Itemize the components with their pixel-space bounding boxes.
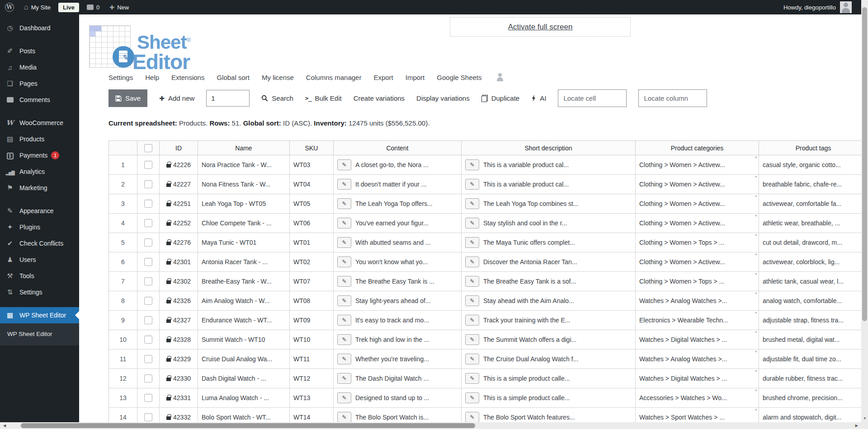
id-cell[interactable]: 42329: [160, 350, 198, 369]
edit-content-button[interactable]: ✎: [337, 412, 351, 423]
name-cell[interactable]: Endurance Watch - WT...: [198, 311, 290, 330]
sidebar-item-check-conflicts[interactable]: ✔ Check Conflicts: [0, 235, 79, 252]
edit-content-button[interactable]: ✎: [337, 179, 351, 190]
content-cell[interactable]: ✎The Breathe Easy Tank is ...: [334, 272, 462, 291]
row-checkbox[interactable]: [144, 200, 152, 208]
name-cell[interactable]: Bolo Sport Watch - WT...: [198, 408, 290, 423]
row-checkbox[interactable]: [144, 238, 152, 247]
new-content-menu[interactable]: ✚ New: [104, 0, 134, 14]
scroll-right-arrow-icon[interactable]: ▶: [855, 424, 858, 428]
row-number-cell[interactable]: 4: [109, 214, 137, 233]
sidebar-item-settings[interactable]: ⇅ Settings: [0, 284, 79, 300]
short-description-cell[interactable]: ✎The Cruise Dual Analog Watch f...: [462, 350, 636, 369]
wordpress-logo-menu[interactable]: W: [0, 0, 19, 14]
sku-cell[interactable]: WT01: [290, 233, 334, 252]
content-cell[interactable]: ✎With abutted seams and ...: [334, 233, 462, 252]
sidebar-item-marketing[interactable]: ⚑ Marketing: [0, 180, 79, 196]
horizontal-scrollbar[interactable]: ◀ ▶: [0, 422, 861, 429]
sidebar-item-tools[interactable]: ⚒ Tools: [0, 268, 79, 284]
content-cell[interactable]: ✎You've earned your figur...: [334, 214, 462, 233]
sku-cell[interactable]: WT14: [290, 408, 334, 423]
tags-cell[interactable]: casual style, organic cotto...: [759, 155, 868, 175]
content-cell[interactable]: ✎The Dash Digital Watch ...: [334, 369, 462, 388]
id-cell[interactable]: 42226: [160, 155, 198, 175]
edit-short-description-button[interactable]: ✎: [465, 256, 479, 267]
sidebar-item-comments[interactable]: Comments: [0, 92, 79, 108]
menu-item-settings[interactable]: Settings: [108, 74, 133, 81]
edit-content-button[interactable]: ✎: [337, 237, 351, 248]
content-cell[interactable]: ✎Trek high and low in the ...: [334, 330, 462, 350]
name-cell[interactable]: Chloe Compete Tank - ...: [198, 214, 290, 233]
edit-short-description-button[interactable]: ✎: [465, 392, 479, 403]
name-cell[interactable]: Maya Tunic - WT01: [198, 233, 290, 252]
name-cell[interactable]: Antonia Racer Tank - ...: [198, 252, 290, 272]
categories-cell[interactable]: Electronics > Wearable Techn...▼: [636, 311, 759, 330]
menu-item-import[interactable]: Import: [406, 74, 425, 81]
short-description-cell[interactable]: ✎The Maya Tunic offers complet...: [462, 233, 636, 252]
sidebar-item-media[interactable]: ♫ Media: [0, 59, 79, 75]
bulk-edit-button[interactable]: >_ Bulk Edit: [305, 94, 342, 102]
row-checkbox[interactable]: [144, 297, 152, 305]
name-cell[interactable]: Nona Fitness Tank - W...: [198, 175, 290, 194]
activate-fullscreen-link[interactable]: Activate full screen: [508, 23, 573, 32]
edit-short-description-button[interactable]: ✎: [465, 334, 479, 345]
id-cell[interactable]: 42330: [160, 369, 198, 388]
id-cell[interactable]: 42301: [160, 252, 198, 272]
row-number-cell[interactable]: 7: [109, 272, 137, 291]
tags-cell[interactable]: durable rubber, fitness trac...: [759, 369, 868, 388]
sidebar-item-appearance[interactable]: ✎ Appearance: [0, 203, 79, 219]
name-cell[interactable]: Dash Digital Watch - ...: [198, 369, 290, 388]
sku-cell[interactable]: WT04: [290, 175, 334, 194]
tags-cell[interactable]: athletic tank, casual wear, l...: [759, 272, 868, 291]
sku-cell[interactable]: WT13: [290, 388, 334, 408]
menu-item-export[interactable]: Export: [373, 74, 393, 81]
row-checkbox[interactable]: [144, 258, 152, 266]
row-checkbox[interactable]: [144, 394, 152, 402]
categories-cell[interactable]: Clothing > Women > Tops > ...▼: [636, 272, 759, 291]
row-number-cell[interactable]: 9: [109, 311, 137, 330]
edit-short-description-button[interactable]: ✎: [465, 198, 479, 209]
categories-cell[interactable]: Clothing > Women > Activew...▼: [636, 252, 759, 272]
row-checkbox[interactable]: [144, 219, 152, 227]
row-number-cell[interactable]: 1: [109, 155, 137, 175]
duplicate-button[interactable]: Duplicate: [481, 94, 520, 102]
content-cell[interactable]: ✎The Leah Yoga Top offers...: [334, 194, 462, 214]
edit-short-description-button[interactable]: ✎: [465, 276, 479, 287]
column-header-content[interactable]: Content: [334, 141, 462, 155]
edit-content-button[interactable]: ✎: [337, 198, 351, 209]
row-checkbox[interactable]: [144, 413, 152, 421]
avatar[interactable]: [840, 1, 852, 13]
row-checkbox[interactable]: [144, 277, 152, 285]
tags-cell[interactable]: alarm and stopwatch, digit...: [759, 408, 868, 423]
tags-cell[interactable]: brushed metal, digital wat...: [759, 330, 868, 350]
short-description-cell[interactable]: ✎This is a simple product calle...: [462, 388, 636, 408]
create-variations-button[interactable]: Create variations: [354, 94, 405, 102]
categories-cell[interactable]: Clothing > Women > Activew...▼: [636, 214, 759, 233]
name-cell[interactable]: Luma Analog Watch - ...: [198, 388, 290, 408]
short-description-cell[interactable]: ✎Track your training with the E...: [462, 311, 636, 330]
edit-content-button[interactable]: ✎: [337, 334, 351, 345]
sidebar-item-posts[interactable]: ✐ Posts: [0, 43, 79, 59]
site-name-menu[interactable]: ⌂ My Site: [19, 0, 56, 14]
edit-content-button[interactable]: ✎: [337, 373, 351, 384]
edit-short-description-button[interactable]: ✎: [465, 315, 479, 326]
categories-cell[interactable]: Watches > Digital Watches > ...▼: [636, 330, 759, 350]
row-checkbox[interactable]: [144, 374, 152, 382]
row-checkbox[interactable]: [144, 316, 152, 324]
edit-short-description-button[interactable]: ✎: [465, 373, 479, 384]
sidebar-item-plugins[interactable]: ✦ Plugins: [0, 219, 79, 235]
column-header-product-categories[interactable]: Product categories: [636, 141, 759, 155]
row-number-cell[interactable]: 2: [109, 175, 137, 194]
id-cell[interactable]: 42302: [160, 272, 198, 291]
vertical-scrollbar[interactable]: ▼: [861, 0, 868, 429]
edit-content-button[interactable]: ✎: [337, 295, 351, 306]
row-checkbox[interactable]: [144, 161, 152, 169]
edit-content-button[interactable]: ✎: [337, 256, 351, 267]
sku-cell[interactable]: WT10: [290, 330, 334, 350]
menu-item-global-sort[interactable]: Global sort: [217, 74, 250, 81]
row-number-cell[interactable]: 11: [109, 350, 137, 369]
row-number-cell[interactable]: 6: [109, 252, 137, 272]
id-cell[interactable]: 42227: [160, 175, 198, 194]
sku-cell[interactable]: WT06: [290, 214, 334, 233]
menu-item-columns-manager[interactable]: Columns manager: [306, 74, 362, 81]
